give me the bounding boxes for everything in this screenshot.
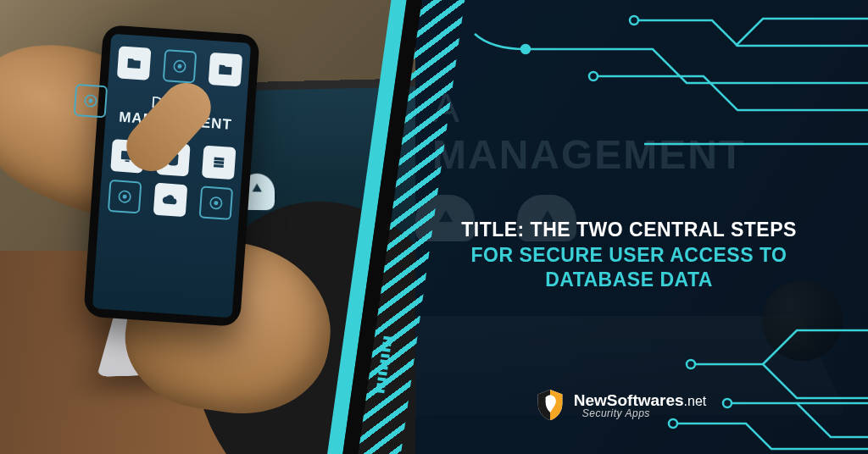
target-icon	[198, 185, 233, 220]
svg-point-1	[178, 65, 181, 69]
title-prefix: TITLE: THE TWO CENTRAL STEPS	[432, 219, 826, 241]
stack-icon	[201, 145, 236, 180]
brand-tagline: Security Apps	[582, 408, 707, 418]
brand-block: NewSoftwares.net Security Apps	[407, 388, 834, 422]
phone-screen: DATA MANAGEMENT	[92, 34, 251, 318]
banner-root: DA MAN	[0, 0, 868, 454]
phone-icon-row-4	[107, 179, 232, 219]
phone-icon-row-1	[116, 46, 242, 86]
svg-rect-9	[214, 163, 224, 167]
folder-icon	[116, 46, 151, 80]
target-icon	[162, 49, 197, 84]
brand-name: NewSoftwares.net	[574, 392, 707, 408]
title-highlight: FOR SECURE USER ACCESS TO DATABASE DATA	[432, 243, 826, 292]
svg-point-3	[89, 99, 92, 102]
brand-text: NewSoftwares.net Security Apps	[574, 392, 707, 418]
svg-point-11	[123, 195, 126, 198]
svg-rect-7	[214, 157, 224, 160]
smartphone: DATA MANAGEMENT	[83, 25, 260, 327]
folder-icon	[208, 53, 242, 87]
svg-point-13	[214, 201, 218, 204]
svg-rect-8	[214, 160, 224, 163]
cloud-icon	[153, 182, 187, 217]
svg-rect-5	[125, 160, 129, 162]
brand-name-main: NewSoftwares	[574, 391, 684, 409]
title-block: TITLE: THE TWO CENTRAL STEPS FOR SECURE …	[432, 219, 826, 292]
target-icon	[73, 84, 108, 119]
target-icon	[107, 179, 142, 213]
brand-shield-icon	[535, 388, 565, 422]
brand-name-ext: .net	[684, 394, 707, 408]
